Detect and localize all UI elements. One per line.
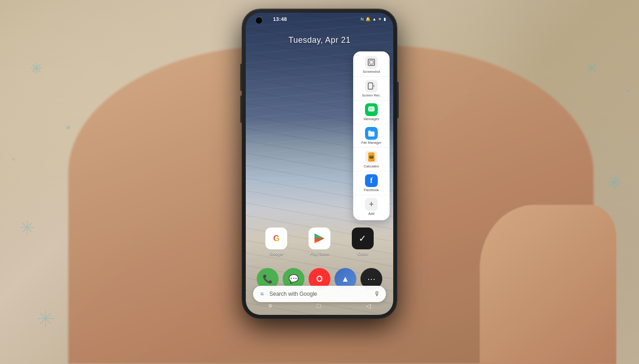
airplane-icon: ✈ <box>378 17 382 21</box>
clock-icon-img: ✓ <box>352 228 374 249</box>
svg-marker-31 <box>374 85 375 87</box>
google-logo-g: G <box>260 292 264 296</box>
status-time: 13:48 <box>273 16 287 22</box>
add-icon: + <box>365 198 378 211</box>
phone-device: 13:48 N 🔔 ▲ ✈ ▮ Tuesday, Apr 21 G <box>242 9 397 318</box>
messages-icon-symbol: 💬 <box>289 274 299 284</box>
calculator-label: Calculator <box>364 164 379 168</box>
notification-icon: N <box>361 17 364 21</box>
phone-outer-frame: 13:48 N 🔔 ▲ ✈ ▮ Tuesday, Apr 21 G <box>242 9 397 318</box>
svg-point-33 <box>370 109 370 110</box>
opera-icon-symbol: O <box>316 274 323 284</box>
quick-menu-filemanager[interactable]: File Manager <box>353 124 390 148</box>
clock-app-label: Clock <box>357 251 368 256</box>
facebook-f: f <box>370 177 372 185</box>
right-hand <box>480 205 616 364</box>
phone-screen: 13:48 N 🔔 ▲ ✈ ▮ Tuesday, Apr 21 G <box>246 13 393 315</box>
wifi-icon: ▲ <box>372 17 376 21</box>
quick-menu-screenrec[interactable]: Screen Rec. <box>353 77 390 101</box>
calculator-icon: 📟 <box>365 151 378 163</box>
bell-icon: 🔔 <box>365 17 370 21</box>
screenrec-label: Screen Rec. <box>362 93 380 97</box>
google-search-logo: G <box>259 290 266 298</box>
date-text: Tuesday, Apr 21 <box>246 35 393 45</box>
add-label: Add <box>368 212 374 216</box>
microphone-icon[interactable]: 🎙 <box>374 290 380 298</box>
calculator-body: 📟 <box>368 152 375 162</box>
calculator-symbol: 📟 <box>369 155 374 159</box>
navigation-bar: ≡ □ ◁ <box>246 300 393 311</box>
screenshot-icon <box>365 56 378 69</box>
quick-menu-calculator[interactable]: 📟 Calculator <box>353 148 390 172</box>
svg-rect-28 <box>368 59 375 66</box>
playstore-app-label: Play Store <box>310 251 329 256</box>
screenrec-icon <box>365 80 378 92</box>
nav-back-button[interactable]: ◁ <box>366 302 371 309</box>
gallery-icon-symbol: ▲ <box>341 274 350 284</box>
google-app-label: Google <box>270 251 283 256</box>
filemanager-icon <box>365 127 378 140</box>
status-icons: N 🔔 ▲ ✈ ▮ <box>361 17 386 21</box>
messages-quick-icon <box>365 103 378 116</box>
add-symbol: + <box>369 200 374 208</box>
google-g-logo: G <box>273 234 279 243</box>
battery-icon: ▮ <box>384 17 386 21</box>
status-bar: 13:48 N 🔔 ▲ ✈ ▮ <box>246 13 393 25</box>
swipe-up-indicator: ⌃ <box>317 241 322 248</box>
quick-menu-screenshot[interactable]: Screenshot <box>353 53 390 77</box>
more-icon-symbol: ⋯ <box>367 274 375 284</box>
svg-point-34 <box>371 109 372 110</box>
svg-point-35 <box>373 109 374 110</box>
search-bar[interactable]: G Search with Google 🎙 <box>253 286 386 302</box>
date-display: Tuesday, Apr 21 <box>246 35 393 45</box>
quick-menu-add[interactable]: + Add <box>353 195 390 218</box>
quick-action-menu: Screenshot Screen Rec. <box>353 51 390 220</box>
clock-symbol: ✓ <box>359 233 366 244</box>
nav-home-button[interactable]: ≡ <box>268 302 272 309</box>
search-text: Search with Google <box>269 291 374 297</box>
svg-rect-30 <box>368 83 373 89</box>
filemanager-label: File Manager <box>361 141 381 145</box>
quick-menu-messages[interactable]: Messages <box>353 101 390 124</box>
screenshot-label: Screenshot <box>363 70 380 74</box>
facebook-icon: f <box>365 174 378 187</box>
nav-recent-button[interactable]: □ <box>317 302 320 309</box>
quick-menu-facebook[interactable]: f Facebook <box>353 172 390 195</box>
messages-quick-label: Messages <box>364 117 379 121</box>
front-camera <box>256 17 262 24</box>
google-app-icon[interactable]: G Google <box>265 228 287 256</box>
clock-app-icon[interactable]: ✓ Clock <box>352 228 374 256</box>
google-icon-img: G <box>265 228 287 249</box>
phone-icon-symbol: 📞 <box>263 274 273 284</box>
svg-rect-29 <box>370 61 373 64</box>
facebook-label: Facebook <box>364 188 379 192</box>
